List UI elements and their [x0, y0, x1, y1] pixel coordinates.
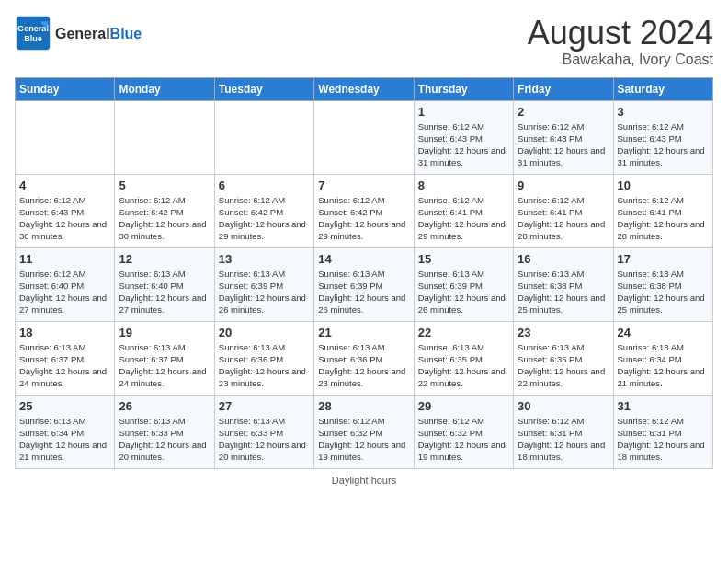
day-number: 26	[119, 399, 210, 413]
day-info: Sunrise: 6:13 AM Sunset: 6:40 PM Dayligh…	[119, 268, 210, 316]
day-cell: 26Sunrise: 6:13 AM Sunset: 6:33 PM Dayli…	[115, 395, 214, 468]
day-cell: 19Sunrise: 6:13 AM Sunset: 6:37 PM Dayli…	[115, 321, 214, 395]
day-info: Sunrise: 6:13 AM Sunset: 6:39 PM Dayligh…	[318, 268, 409, 316]
day-cell: 23Sunrise: 6:13 AM Sunset: 6:35 PM Dayli…	[514, 321, 613, 395]
day-info: Sunrise: 6:12 AM Sunset: 6:43 PM Dayligh…	[418, 121, 509, 169]
day-cell: 9Sunrise: 6:12 AM Sunset: 6:41 PM Daylig…	[514, 174, 613, 247]
day-number: 25	[19, 399, 110, 413]
day-cell: 22Sunrise: 6:13 AM Sunset: 6:35 PM Dayli…	[414, 321, 513, 395]
day-number: 12	[119, 252, 210, 266]
day-header-saturday: Saturday	[613, 77, 712, 100]
day-info: Sunrise: 6:12 AM Sunset: 6:42 PM Dayligh…	[219, 194, 310, 243]
day-cell: 28Sunrise: 6:12 AM Sunset: 6:32 PM Dayli…	[314, 395, 414, 468]
day-number: 24	[618, 326, 709, 339]
day-cell: 13Sunrise: 6:13 AM Sunset: 6:39 PM Dayli…	[214, 247, 313, 321]
day-cell: 14Sunrise: 6:13 AM Sunset: 6:39 PM Dayli…	[314, 247, 414, 321]
day-number: 8	[418, 178, 509, 192]
day-info: Sunrise: 6:13 AM Sunset: 6:34 PM Dayligh…	[618, 341, 709, 390]
day-number: 10	[618, 178, 709, 192]
header: General Blue GeneralBlue August 2024 Baw…	[15, 15, 713, 68]
day-number: 31	[618, 399, 709, 413]
logo-icon: General Blue	[15, 15, 51, 52]
footer: Daylight hours	[15, 475, 713, 486]
day-header-tuesday: Tuesday	[214, 77, 313, 100]
day-info: Sunrise: 6:13 AM Sunset: 6:34 PM Dayligh…	[19, 415, 110, 464]
day-number: 19	[119, 326, 210, 339]
week-row-1: 1Sunrise: 6:12 AM Sunset: 6:43 PM Daylig…	[16, 100, 713, 174]
day-cell: 12Sunrise: 6:13 AM Sunset: 6:40 PM Dayli…	[115, 247, 214, 321]
day-cell: 1Sunrise: 6:12 AM Sunset: 6:43 PM Daylig…	[414, 100, 513, 174]
day-cell: 31Sunrise: 6:12 AM Sunset: 6:31 PM Dayli…	[613, 395, 712, 468]
day-number: 1	[418, 105, 509, 119]
day-cell: 16Sunrise: 6:13 AM Sunset: 6:38 PM Dayli…	[514, 247, 613, 321]
day-number: 29	[418, 399, 509, 413]
day-info: Sunrise: 6:13 AM Sunset: 6:35 PM Dayligh…	[418, 341, 509, 390]
day-number: 9	[518, 178, 609, 192]
day-cell: 18Sunrise: 6:13 AM Sunset: 6:37 PM Dayli…	[16, 321, 115, 395]
day-info: Sunrise: 6:13 AM Sunset: 6:33 PM Dayligh…	[119, 415, 210, 464]
day-info: Sunrise: 6:13 AM Sunset: 6:36 PM Dayligh…	[219, 341, 310, 390]
subtitle: Bawakaha, Ivory Coast	[528, 52, 713, 68]
day-number: 16	[518, 252, 609, 266]
day-cell: 10Sunrise: 6:12 AM Sunset: 6:41 PM Dayli…	[613, 174, 712, 247]
day-number: 27	[219, 399, 310, 413]
day-info: Sunrise: 6:12 AM Sunset: 6:43 PM Dayligh…	[518, 121, 609, 169]
day-header-thursday: Thursday	[414, 77, 513, 100]
day-cell	[214, 100, 313, 174]
day-number: 6	[219, 178, 310, 192]
day-number: 15	[418, 252, 509, 266]
day-info: Sunrise: 6:12 AM Sunset: 6:42 PM Dayligh…	[119, 194, 210, 243]
day-cell: 20Sunrise: 6:13 AM Sunset: 6:36 PM Dayli…	[214, 321, 313, 395]
day-cell: 30Sunrise: 6:12 AM Sunset: 6:31 PM Dayli…	[514, 395, 613, 468]
day-info: Sunrise: 6:12 AM Sunset: 6:31 PM Dayligh…	[618, 415, 709, 464]
day-number: 3	[618, 105, 709, 119]
day-info: Sunrise: 6:13 AM Sunset: 6:37 PM Dayligh…	[119, 341, 210, 390]
day-cell: 7Sunrise: 6:12 AM Sunset: 6:42 PM Daylig…	[314, 174, 414, 247]
day-cell: 5Sunrise: 6:12 AM Sunset: 6:42 PM Daylig…	[115, 174, 214, 247]
day-cell: 21Sunrise: 6:13 AM Sunset: 6:36 PM Dayli…	[314, 321, 414, 395]
day-cell	[314, 100, 414, 174]
day-header-monday: Monday	[115, 77, 214, 100]
day-info: Sunrise: 6:13 AM Sunset: 6:37 PM Dayligh…	[19, 341, 110, 390]
day-cell: 3Sunrise: 6:12 AM Sunset: 6:43 PM Daylig…	[613, 100, 712, 174]
day-number: 20	[219, 326, 310, 339]
day-cell: 11Sunrise: 6:12 AM Sunset: 6:40 PM Dayli…	[16, 247, 115, 321]
logo-text: GeneralBlue	[55, 24, 142, 43]
day-cell: 6Sunrise: 6:12 AM Sunset: 6:42 PM Daylig…	[214, 174, 313, 247]
day-number: 13	[219, 252, 310, 266]
logo: General Blue GeneralBlue	[15, 15, 142, 52]
day-cell: 4Sunrise: 6:12 AM Sunset: 6:43 PM Daylig…	[16, 174, 115, 247]
day-info: Sunrise: 6:13 AM Sunset: 6:33 PM Dayligh…	[219, 415, 310, 464]
day-number: 17	[618, 252, 709, 266]
day-info: Sunrise: 6:12 AM Sunset: 6:32 PM Dayligh…	[418, 415, 509, 464]
day-cell: 15Sunrise: 6:13 AM Sunset: 6:39 PM Dayli…	[414, 247, 513, 321]
day-info: Sunrise: 6:12 AM Sunset: 6:41 PM Dayligh…	[618, 194, 709, 243]
day-number: 14	[318, 252, 409, 266]
day-header-friday: Friday	[514, 77, 613, 100]
day-cell	[115, 100, 214, 174]
day-info: Sunrise: 6:13 AM Sunset: 6:39 PM Dayligh…	[418, 268, 509, 316]
day-info: Sunrise: 6:13 AM Sunset: 6:35 PM Dayligh…	[518, 341, 609, 390]
calendar-table: SundayMondayTuesdayWednesdayThursdayFrid…	[15, 77, 713, 469]
svg-text:Blue: Blue	[24, 34, 42, 43]
header-row: SundayMondayTuesdayWednesdayThursdayFrid…	[16, 77, 713, 100]
day-number: 21	[318, 326, 409, 339]
week-row-4: 18Sunrise: 6:13 AM Sunset: 6:37 PM Dayli…	[16, 321, 713, 395]
day-cell: 2Sunrise: 6:12 AM Sunset: 6:43 PM Daylig…	[514, 100, 613, 174]
day-cell: 25Sunrise: 6:13 AM Sunset: 6:34 PM Dayli…	[16, 395, 115, 468]
day-info: Sunrise: 6:12 AM Sunset: 6:41 PM Dayligh…	[418, 194, 509, 243]
day-cell: 29Sunrise: 6:12 AM Sunset: 6:32 PM Dayli…	[414, 395, 513, 468]
day-header-sunday: Sunday	[16, 77, 115, 100]
calendar-container: General Blue GeneralBlue August 2024 Baw…	[0, 0, 728, 493]
day-info: Sunrise: 6:13 AM Sunset: 6:38 PM Dayligh…	[518, 268, 609, 316]
day-number: 30	[518, 399, 609, 413]
day-info: Sunrise: 6:12 AM Sunset: 6:31 PM Dayligh…	[518, 415, 609, 464]
day-info: Sunrise: 6:13 AM Sunset: 6:38 PM Dayligh…	[618, 268, 709, 316]
day-info: Sunrise: 6:12 AM Sunset: 6:43 PM Dayligh…	[19, 194, 110, 243]
day-info: Sunrise: 6:12 AM Sunset: 6:40 PM Dayligh…	[19, 268, 110, 316]
day-number: 2	[518, 105, 609, 119]
day-cell: 8Sunrise: 6:12 AM Sunset: 6:41 PM Daylig…	[414, 174, 513, 247]
day-number: 28	[318, 399, 409, 413]
week-row-5: 25Sunrise: 6:13 AM Sunset: 6:34 PM Dayli…	[16, 395, 713, 468]
day-cell	[16, 100, 115, 174]
